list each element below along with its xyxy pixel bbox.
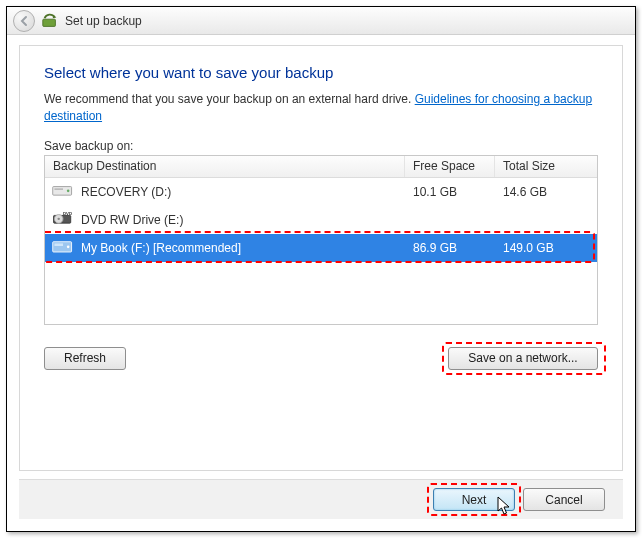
total-size-cell: 14.6 GB [495, 185, 575, 199]
drive-icon [51, 237, 75, 258]
drive-name: RECOVERY (D:) [81, 185, 171, 199]
free-space-cell: 86.9 GB [405, 241, 495, 255]
destination-table: Backup Destination Free Space Total Size… [44, 155, 598, 325]
save-on-label: Save backup on: [44, 139, 598, 153]
svg-rect-9 [54, 244, 63, 247]
table-header: Backup Destination Free Space Total Size [45, 156, 597, 178]
table-body: RECOVERY (D:)10.1 GB14.6 GBDVDDVD RW Dri… [45, 178, 597, 324]
wizard-footer: Next Cancel [19, 479, 623, 519]
content-panel: Select where you want to save your backu… [19, 45, 623, 471]
svg-text:DVD: DVD [63, 211, 72, 216]
title-bar: Set up backup [7, 7, 635, 35]
window-title: Set up backup [65, 14, 142, 28]
back-button[interactable] [13, 10, 35, 32]
free-space-cell: 10.1 GB [405, 185, 495, 199]
col-header-total-size[interactable]: Total Size [495, 156, 575, 177]
button-row: Refresh Save on a network... [44, 347, 598, 370]
drive-icon: DVD [51, 209, 75, 230]
svg-point-10 [67, 246, 70, 249]
drive-icon [51, 181, 75, 202]
save-on-network-button[interactable]: Save on a network... [448, 347, 598, 370]
table-row[interactable]: My Book (F:) [Recommended]86.9 GB149.0 G… [45, 234, 597, 262]
svg-rect-0 [43, 19, 56, 26]
svg-point-6 [58, 218, 60, 220]
table-row[interactable]: DVDDVD RW Drive (E:) [45, 206, 597, 234]
table-row[interactable]: RECOVERY (D:)10.1 GB14.6 GB [45, 178, 597, 206]
backup-app-icon [41, 12, 59, 30]
svg-point-2 [67, 190, 70, 193]
drive-name: My Book (F:) [Recommended] [81, 241, 241, 255]
drive-name: DVD RW Drive (E:) [81, 213, 183, 227]
svg-rect-3 [54, 188, 63, 190]
refresh-button[interactable]: Refresh [44, 347, 126, 370]
col-header-destination[interactable]: Backup Destination [45, 156, 405, 177]
col-header-free-space[interactable]: Free Space [405, 156, 495, 177]
back-arrow-icon [18, 15, 30, 27]
page-heading: Select where you want to save your backu… [44, 64, 598, 81]
total-size-cell: 149.0 GB [495, 241, 575, 255]
wizard-window: Set up backup Select where you want to s… [6, 6, 636, 532]
next-button[interactable]: Next [433, 488, 515, 511]
recommendation-prefix: We recommend that you save your backup o… [44, 92, 415, 106]
cancel-button[interactable]: Cancel [523, 488, 605, 511]
recommendation-text: We recommend that you save your backup o… [44, 91, 598, 125]
